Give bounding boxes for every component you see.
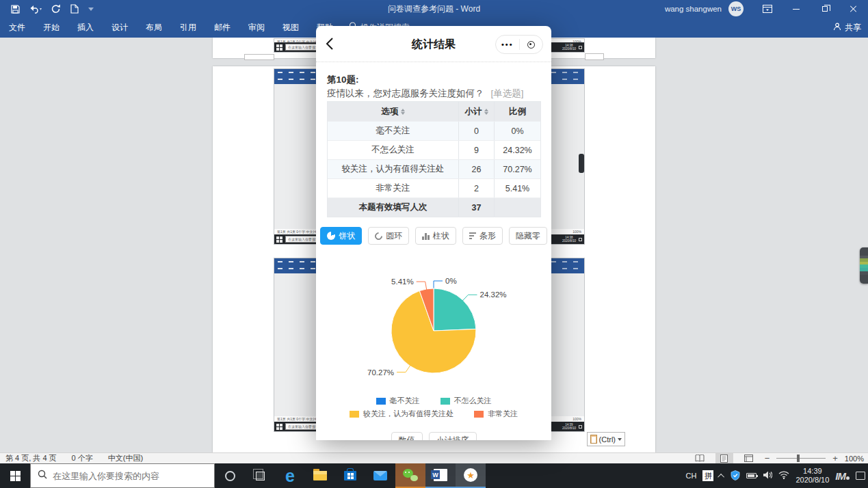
redo-icon[interactable] [51,4,61,14]
taskbar-clock[interactable]: 14:39 2020/8/10 [795,467,829,485]
legend-item[interactable]: 不怎么关注 [440,396,492,406]
folder-icon [313,471,327,480]
statistics-popup: 统计结果 ••• 第10题: 疫情以来，您对志愿服务关注度如何？[单选题] 选项… [316,26,551,440]
print-layout-button[interactable] [715,453,733,463]
chart-type-button-1[interactable]: 圆环 [368,227,409,245]
chart-type-button-3[interactable]: 条形 [462,227,503,245]
donut-icon [373,230,384,241]
back-button[interactable] [326,38,334,50]
im-app-tray-icon[interactable]: IM [835,470,850,482]
bar-chart-icon [469,232,476,240]
zoom-slider-thumb[interactable] [797,455,800,462]
question-text: 疫情以来，您对志愿服务关注度如何？[单选题] [327,87,524,100]
taskbar-mail[interactable] [365,463,395,488]
hidden-icons-chevron[interactable] [718,473,725,480]
pie-percent-label-2: 70.27% [367,368,394,377]
paste-options-button[interactable]: (Ctrl) [587,432,625,446]
chart-type-button-0[interactable]: 饼状 [320,227,362,245]
tab-insert[interactable]: 插入 [68,18,103,38]
task-view-button[interactable] [245,463,275,488]
zoom-level[interactable]: 100% [845,455,864,463]
table-header-row: 选项 小计 比例 [328,102,540,121]
document-fragment-box-left [244,54,274,60]
tab-design[interactable]: 设计 [103,18,137,38]
share-button[interactable]: 共享 [833,22,861,33]
action-center-icon[interactable] [856,472,865,480]
sort-by-count-button[interactable]: 小计排序 [429,432,477,440]
zoom-in-button[interactable]: + [832,453,838,463]
tab-view[interactable]: 视图 [274,18,308,38]
pie-leader-line-3 [417,282,427,290]
search-input[interactable] [53,471,203,481]
signed-in-user[interactable]: wang shangwen [665,5,722,13]
web-layout-button[interactable] [740,453,758,463]
sort-icon [484,109,488,115]
cortana-button[interactable] [215,463,245,488]
taskbar-file-explorer[interactable] [305,463,335,488]
question-number: 第10题: [327,74,359,86]
pie-icon [327,232,335,240]
taskbar-store[interactable] [335,463,365,488]
legend-item[interactable]: 毫不关注 [376,396,420,406]
restore-button[interactable] [811,0,839,18]
tab-review[interactable]: 审阅 [239,18,274,38]
zoom-slider[interactable] [776,458,826,459]
legend-swatch [440,398,450,405]
taskbar-edge[interactable]: e [275,463,305,488]
start-button[interactable] [0,463,30,488]
zoom-out-button[interactable]: − [765,453,770,463]
new-document-icon[interactable] [70,4,79,14]
wifi-icon[interactable] [778,471,789,480]
miniprogram-capsule: ••• [495,35,543,54]
read-mode-button[interactable] [691,453,709,463]
mini-start-icon [276,424,282,430]
mini-clock: 14:382020/8/10 [562,44,576,51]
language-indicator[interactable]: 中文(中国) [108,453,143,463]
minimize-button[interactable] [782,0,811,18]
language-indicator-tray[interactable]: CH [686,472,697,480]
page-indicator[interactable]: 第 4 页, 共 4 页 [5,453,57,463]
taskbar-star-app[interactable]: ★ [456,463,486,488]
battery-icon[interactable] [746,473,757,478]
pie-leader-line-1 [462,295,477,301]
pie-leader-line-2 [397,366,410,372]
customize-qat-icon[interactable] [88,8,94,11]
avatar[interactable]: WS [728,1,744,16]
numeric-values-button[interactable]: 数值 [391,432,423,440]
legend-item[interactable]: 较关注，认为有值得关注处 [350,409,453,419]
taskbar-wechat[interactable] [395,463,425,488]
taskbar-search-box[interactable] [30,463,215,488]
chart-type-button-4[interactable]: 隐藏零 [509,227,547,245]
mail-icon [373,471,387,480]
undo-icon[interactable] [29,5,42,14]
header-option[interactable]: 选项 [328,102,458,121]
tab-file[interactable]: 文件 [0,18,34,38]
chart-type-buttons: 饼状 圆环 柱状 条形 隐藏零 [316,227,551,245]
taskbar-word[interactable] [425,463,456,488]
ribbon-display-options-button[interactable] [753,0,782,18]
legend-swatch [350,411,359,418]
tab-references[interactable]: 引用 [171,18,205,38]
tab-layout[interactable]: 布局 [137,18,171,38]
tab-mailings[interactable]: 邮件 [205,18,239,38]
ime-pinyin-icon[interactable]: 拼 [702,470,713,481]
pie-percent-label-3: 5.41% [391,277,414,286]
docked-sidebar-widget[interactable] [860,247,868,284]
security-shield-icon[interactable] [731,470,740,482]
close-button[interactable] [839,0,868,18]
sort-icon [401,109,405,115]
chart-type-button-2[interactable]: 柱状 [415,227,456,245]
pie-chart: 0%24.32%70.27%5.41% [316,263,551,400]
header-ratio: 比例 [494,102,540,121]
close-miniprogram-button[interactable] [520,36,543,53]
volume-icon[interactable] [763,471,772,480]
more-button[interactable]: ••• [496,36,519,53]
word-count[interactable]: 0 个字 [72,453,93,463]
mini-start-icon [276,236,282,243]
search-icon [38,470,47,482]
tab-home[interactable]: 开始 [34,18,68,38]
legend-item[interactable]: 非常关注 [474,409,518,419]
header-count[interactable]: 小计 [458,102,494,121]
person-icon [833,23,841,33]
save-icon[interactable] [11,5,20,14]
